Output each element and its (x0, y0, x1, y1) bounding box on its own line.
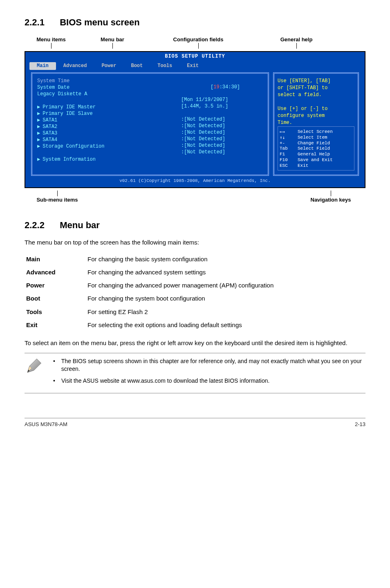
nav-key-row: TabSelect Field (280, 146, 352, 152)
table-row: AdvancedFor changing the advanced system… (25, 266, 365, 279)
section2-intro: The menu bar on top of the screen has th… (25, 238, 365, 247)
label-navigation-keys: Navigation keys (311, 197, 351, 203)
help-line: or [SHIFT-TAB] to (278, 85, 354, 91)
note-block: •The BIOS setup screens shown in this ch… (25, 353, 365, 393)
bios-right-pane: Use [ENTER], [TAB] or [SHIFT-TAB] to sel… (273, 72, 359, 176)
section-number-221: 2.2.1 (25, 16, 57, 29)
bottom-annotation-row: Sub-menu items Navigation keys (25, 191, 365, 204)
bios-menubar: Main Advanced Power Boot Tools Exit (25, 62, 365, 72)
table-row: BootFor changing the system boot configu… (25, 292, 365, 305)
submenu-sata3[interactable]: ▶SATA3 (37, 130, 176, 137)
help-line: Time. (278, 120, 354, 126)
field-system-date[interactable]: System Date (37, 85, 176, 91)
nav-key-row: ESCExit (280, 163, 352, 169)
value-ide-master: :[Not Detected] (181, 117, 263, 123)
label-menu-bar: Menu bar (101, 36, 124, 43)
tab-tools[interactable]: Tools (150, 62, 179, 70)
tick-menu-bar (112, 43, 113, 49)
section-heading-221: 2.2.1 BIOS menu screen (25, 16, 365, 29)
submenu-primary-ide-master[interactable]: ▶Primary IDE Master (37, 104, 176, 110)
submenu-sata4[interactable]: ▶SATA4 (37, 137, 176, 143)
tick-config-fields (198, 43, 199, 49)
value-legacy-diskette[interactable]: [1.44M, 3.5 in.] (181, 103, 263, 110)
arrows-up-down-icon: ↑↓ (280, 135, 294, 141)
tick-menu-items (51, 43, 52, 49)
tab-power[interactable]: Power (94, 62, 123, 70)
pencil-icon (25, 357, 45, 377)
tick-navkeys (331, 191, 331, 196)
nav-key-row: ←→Select Screen (280, 129, 352, 135)
nav-key-row: F10Save and Exit (280, 157, 352, 163)
nav-key-row: ↑↓Select Item (280, 135, 352, 141)
table-row: MainFor changing the basic system config… (25, 253, 365, 266)
help-line: Use [+] or [-] to (278, 106, 354, 112)
bios-body: System Time System Date Legacy Diskette … (25, 72, 365, 176)
label-submenu-items: Sub-menu items (36, 197, 78, 203)
arrows-left-right-icon: ←→ (280, 129, 294, 135)
submenu-sata2[interactable]: ▶SATA2 (37, 124, 176, 130)
footer-page-number: 2-13 (355, 421, 365, 428)
table-row: ExitFor selecting the exit options and l… (25, 319, 365, 332)
nav-key-row: F1General Help (280, 152, 352, 157)
submenu-storage-config[interactable]: ▶Storage Configuration (37, 144, 176, 150)
tick-general-help (296, 43, 297, 49)
section-heading-222: 2.2.2 Menu bar (25, 219, 365, 231)
value-system-date[interactable]: [Mon 11/19/2007] (181, 97, 263, 103)
submenu-primary-ide-slave[interactable]: ▶Primary IDE Slave (37, 111, 176, 117)
value-sata3: :[Not Detected] (181, 143, 263, 149)
submenu-sata1[interactable]: ▶SATA1 (37, 117, 176, 123)
bios-title: BIOS SETUP UTILITY (25, 52, 365, 62)
tab-boot[interactable]: Boot (123, 62, 150, 70)
label-menu-items: Menu items (36, 36, 66, 43)
label-config-fields: Configuration fields (173, 36, 224, 43)
nav-key-box: ←→Select Screen ↑↓Select Item +-Change F… (278, 126, 354, 171)
note-item: •The BIOS setup screens shown in this ch… (53, 357, 365, 373)
menubar-definitions-table: MainFor changing the basic system config… (25, 253, 365, 332)
field-legacy-diskette[interactable]: Legacy Diskette A (37, 91, 176, 97)
tab-exit[interactable]: Exit (179, 62, 206, 70)
page-footer: ASUS M3N78-AM 2-13 (25, 418, 365, 428)
bios-screen: BIOS SETUP UTILITY Main Advanced Power B… (25, 51, 365, 188)
section-number-222: 2.2.2 (25, 219, 57, 231)
section-title-221: BIOS menu screen (60, 17, 140, 27)
bios-copyright: v02.61 (C)Copyright 1985-2008, American … (25, 176, 365, 184)
value-sata2: :[Not Detected] (181, 136, 263, 142)
submenu-system-information[interactable]: ▶System Information (37, 157, 176, 163)
top-annotation-row: Menu items Menu bar Configuration fields… (25, 36, 365, 49)
help-line: configure system (278, 113, 354, 119)
help-line: Use [ENTER], [TAB] (278, 78, 354, 84)
help-line: select a field. (278, 92, 354, 98)
note-item: •Visit the ASUS website at www.asus.com … (53, 377, 365, 385)
tab-main[interactable]: Main (29, 62, 56, 70)
tab-advanced[interactable]: Advanced (56, 62, 94, 70)
value-sata1: :[Not Detected] (181, 130, 263, 136)
label-general-help: General help (280, 36, 313, 43)
table-row: PowerFor changing the advanced power man… (25, 279, 365, 292)
section-title-222: Menu bar (60, 220, 100, 230)
nav-key-row: +-Change Field (280, 141, 352, 146)
value-ide-slave: :[Not Detected] (181, 123, 263, 129)
field-system-time[interactable]: System Time (37, 78, 176, 84)
table-row: ToolsFor setting EZ Flash 2 (25, 305, 365, 319)
footer-product: ASUS M3N78-AM (25, 421, 67, 428)
bios-left-pane: System Time System Date Legacy Diskette … (31, 72, 269, 176)
tick-submenu (57, 191, 58, 196)
value-system-time[interactable]: [19:34:30] (181, 78, 263, 97)
value-sata4: :[Not Detected] (181, 149, 263, 155)
section2-outro: To select an item on the menu bar, press… (25, 339, 365, 347)
